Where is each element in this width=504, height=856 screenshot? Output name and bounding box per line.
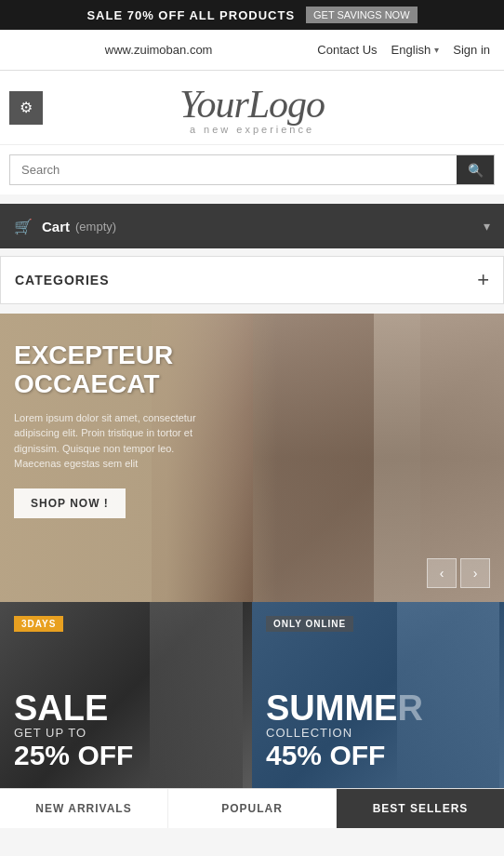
sale-text: SALE 70% OFF ALL PRODUCTS: [86, 8, 295, 22]
sub-banners: 3DAYS SALE GET UP TO 25% OFF ONLY ONLINE…: [0, 602, 504, 788]
sub-banner-left-model: [150, 602, 243, 788]
bottom-tabs: NEW ARRIVALS POPULAR BEST SELLERS: [0, 788, 504, 828]
carousel-prev-button[interactable]: ‹: [427, 558, 457, 588]
search-icon: 🔍: [468, 163, 484, 178]
carousel-arrows: ‹ ›: [427, 558, 490, 588]
top-banner: SALE 70% OFF ALL PRODUCTS GET SAVINGS NO…: [0, 0, 504, 30]
site-url: www.zuimoban.com: [14, 43, 303, 57]
hero-title: EXCEPTEUR OCCAECAT: [14, 341, 256, 399]
sub-banner-collection[interactable]: ONLY ONLINE SUMMER COLLECTION 45% OFF: [252, 602, 504, 788]
hero-content: EXCEPTEUR OCCAECAT Lorem ipsum dolor sit…: [14, 341, 256, 518]
sub-banner-sale[interactable]: 3DAYS SALE GET UP TO 25% OFF: [0, 602, 252, 788]
search-area: 🔍: [0, 144, 504, 194]
language-label: English: [391, 43, 431, 57]
contact-link[interactable]: Contact Us: [317, 43, 377, 57]
brand-name: YourLogo: [179, 85, 325, 124]
settings-button[interactable]: ⚙: [9, 91, 43, 125]
cart-status: (empty): [75, 220, 116, 234]
savings-button[interactable]: GET SAVINGS NOW: [306, 7, 418, 23]
arrow-right-icon: ›: [473, 566, 478, 581]
search-button[interactable]: 🔍: [457, 155, 494, 184]
categories-label: CATEGORIES: [15, 273, 110, 288]
tab-new-arrivals[interactable]: NEW ARRIVALS: [0, 789, 168, 828]
cart-icon: 🛒: [14, 218, 33, 235]
logo: YourLogo a new experience: [179, 85, 325, 135]
collection-badge: ONLY ONLINE: [266, 616, 353, 632]
tab-best-sellers[interactable]: BEST SELLERS: [337, 789, 504, 828]
tab-popular[interactable]: POPULAR: [168, 789, 337, 828]
language-selector[interactable]: English ▾: [391, 43, 440, 57]
cart-bar[interactable]: 🛒 Cart (empty) ▾: [0, 204, 504, 248]
hero-cta-button[interactable]: SHOP NOW !: [14, 488, 126, 518]
logo-area: ⚙ YourLogo a new experience: [0, 71, 504, 144]
signin-link[interactable]: Sign in: [453, 43, 490, 57]
tagline: a new experience: [179, 124, 325, 135]
carousel-next-button[interactable]: ›: [460, 558, 490, 588]
hero-banner: EXCEPTEUR OCCAECAT Lorem ipsum dolor sit…: [0, 314, 504, 602]
sale-badge: 3DAYS: [14, 616, 63, 632]
arrow-left-icon: ‹: [440, 566, 444, 581]
cart-chevron-icon: ▾: [484, 219, 490, 234]
chevron-down-icon: ▾: [434, 45, 439, 55]
settings-icon: ⚙: [20, 99, 33, 116]
nav-bar: www.zuimoban.com Contact Us English ▾ Si…: [0, 30, 504, 71]
cart-label: Cart: [42, 219, 70, 234]
search-box: 🔍: [9, 154, 495, 185]
categories-bar[interactable]: CATEGORIES +: [0, 256, 504, 304]
search-input[interactable]: [10, 155, 457, 184]
expand-icon: +: [477, 268, 489, 292]
sub-banner-right-model: [397, 602, 499, 788]
hero-description: Lorem ipsum dolor sit amet, consectetur …: [14, 410, 219, 472]
